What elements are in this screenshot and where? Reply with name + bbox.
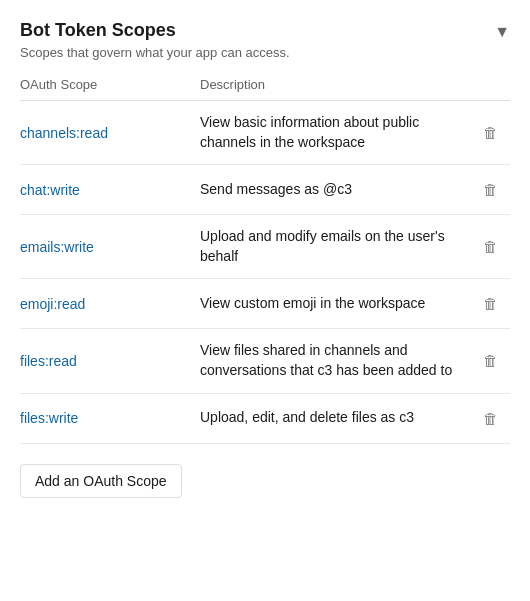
section-header: Bot Token Scopes ▼ [20,20,510,41]
table-row: chat:write Send messages as @c3 🗑 [20,165,510,215]
scope-description-emails-write: Upload and modify emails on the user's b… [200,227,470,266]
delete-button-files-write[interactable]: 🗑 [470,406,510,431]
table-row: files:read View files shared in channels… [20,329,510,393]
scopes-table: OAuth Scope Description channels:read Vi… [20,76,510,444]
trash-icon: 🗑 [483,181,498,198]
scope-description-chat-write: Send messages as @c3 [200,180,470,200]
scope-description-files-write: Upload, edit, and delete files as c3 [200,408,470,428]
scope-link-channels-read[interactable]: channels:read [20,125,200,141]
scope-description-emoji-read: View custom emoji in the workspace [200,294,470,314]
trash-icon: 🗑 [483,410,498,427]
delete-button-files-read[interactable]: 🗑 [470,348,510,373]
scope-link-files-write[interactable]: files:write [20,410,200,426]
scope-column-header: OAuth Scope [20,77,97,92]
trash-icon: 🗑 [483,124,498,141]
section-title: Bot Token Scopes [20,20,176,41]
scope-description-files-read: View files shared in channels and conver… [200,341,470,380]
delete-button-chat-write[interactable]: 🗑 [470,177,510,202]
table-row: files:write Upload, edit, and delete fil… [20,394,510,444]
scope-description-channels-read: View basic information about public chan… [200,113,470,152]
trash-icon: 🗑 [483,352,498,369]
trash-icon: 🗑 [483,295,498,312]
table-row: channels:read View basic information abo… [20,101,510,165]
section-subtitle: Scopes that govern what your app can acc… [20,45,510,60]
delete-button-channels-read[interactable]: 🗑 [470,120,510,145]
table-row: emoji:read View custom emoji in the work… [20,279,510,329]
scope-link-files-read[interactable]: files:read [20,353,200,369]
delete-button-emails-write[interactable]: 🗑 [470,234,510,259]
trash-icon: 🗑 [483,238,498,255]
add-oauth-scope-button[interactable]: Add an OAuth Scope [20,464,182,498]
description-column-header: Description [200,77,265,92]
table-row: emails:write Upload and modify emails on… [20,215,510,279]
scope-link-emails-write[interactable]: emails:write [20,239,200,255]
bot-token-scopes-section: Bot Token Scopes ▼ Scopes that govern wh… [20,20,510,498]
scope-link-emoji-read[interactable]: emoji:read [20,296,200,312]
chevron-down-icon[interactable]: ▼ [494,23,510,41]
table-header-row: OAuth Scope Description [20,76,510,101]
scope-link-chat-write[interactable]: chat:write [20,182,200,198]
delete-button-emoji-read[interactable]: 🗑 [470,291,510,316]
